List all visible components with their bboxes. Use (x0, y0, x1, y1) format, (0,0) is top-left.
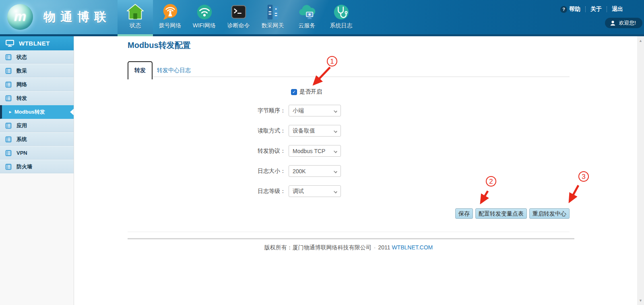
config-forward-variable-table-button[interactable]: 配置转发变量点表 (475, 208, 527, 219)
forward-protocol-label: 转发协议： (187, 147, 286, 155)
header-bar: m 物通博联 状态 拨号网络 (0, 0, 644, 36)
footer-copyright: 版权所有：厦门物通博联网络科技有限公司·2011 WTBLNET.COM (128, 244, 570, 251)
annotation-2-badge: 2 (486, 176, 496, 187)
chevron-down-icon (334, 129, 337, 133)
list-icon (5, 68, 12, 74)
log-level-value: 调试 (293, 188, 304, 195)
log-size-select[interactable]: 200K (289, 165, 341, 177)
form-row-read-mode: 读取方式： 设备取值 (187, 125, 341, 137)
nav-label: WIFI网络 (187, 22, 221, 29)
sidebar-item-label: 状态 (17, 54, 27, 61)
page: m 物通博联 状态 拨号网络 (0, 0, 644, 305)
annotation-3-badge: 3 (578, 171, 589, 182)
sidebar-item-forwarding[interactable]: 转发 (0, 91, 74, 105)
sidebar-brand: WTBLNET (0, 36, 74, 50)
sidebar-item-status[interactable]: 状态 (0, 50, 74, 64)
form-row-byte-order: 字节顺序： 小端 (187, 105, 341, 116)
logout-link[interactable]: 退出 (612, 6, 623, 13)
brand-name: 物通博联 (43, 9, 111, 25)
read-mode-select[interactable]: 设备取值 (289, 125, 341, 137)
sidebar-brand-label: WTBLNET (19, 40, 50, 47)
page-title: Modbus转发配置 (128, 40, 191, 51)
enable-checkbox[interactable]: ✓ (291, 89, 297, 95)
footer-divider-line (128, 238, 574, 239)
list-icon (5, 95, 12, 102)
nav-item-system-logs[interactable]: 系统日志 (324, 0, 358, 36)
top-nav: 状态 拨号网络 WI (118, 0, 358, 36)
form-row-log-size: 日志大小： 200K (187, 165, 341, 177)
dot-separator: · (374, 244, 376, 251)
sidebar-item-modbus-forwarding[interactable]: ▸ Modbus转发 (0, 105, 74, 119)
sidebar-item-label: 系统 (17, 136, 27, 143)
forward-protocol-select[interactable]: Modbus TCP (289, 145, 341, 157)
sidebar-item-application[interactable]: 应用 (0, 119, 74, 133)
sidebar-item-network[interactable]: 网络 (0, 78, 74, 91)
sidebar: WTBLNET 状态 数采 网络 转发 ▸ Modbus转发 应用 (0, 36, 74, 305)
scroll-up-arrow-icon[interactable]: ▲ (637, 39, 644, 43)
log-level-label: 日志等级： (187, 188, 286, 195)
enable-label: 是否开启 (299, 88, 322, 95)
wtblnet-link[interactable]: WTBLNET.COM (392, 244, 433, 251)
sidebar-item-label: 防火墙 (17, 163, 32, 170)
byte-order-value: 小端 (293, 107, 304, 114)
enable-row: ✓ 是否开启 (291, 88, 322, 95)
vertical-scrollbar[interactable]: ▲ ▼ (637, 36, 644, 305)
nav-item-data-gateway[interactable]: 数采网关 (256, 0, 290, 36)
tab-forward-center-log[interactable]: 转发中心日志 (157, 61, 191, 77)
nav-label: 拨号网络 (153, 22, 187, 29)
log-size-label: 日志大小： (187, 168, 286, 175)
nav-item-diagnostic-command[interactable]: 诊断命令 (221, 0, 256, 36)
help-icon: ? (560, 6, 567, 13)
nav-item-wifi-network[interactable]: WIFI网络 (187, 0, 221, 36)
sidebar-item-system[interactable]: 系统 (0, 133, 74, 146)
cloud-icon (298, 3, 316, 21)
copyright-year: 2011 (378, 244, 390, 251)
terminal-icon (229, 3, 248, 21)
button-row: 保存 配置转发变量点表 重启转发中心 (128, 208, 570, 219)
sidebar-item-data-collection[interactable]: 数采 (0, 64, 74, 78)
restart-forward-center-button[interactable]: 重启转发中心 (529, 208, 570, 219)
about-link[interactable]: 关于 (590, 6, 602, 13)
nav-label: 云服务 (290, 22, 324, 29)
nav-item-dial-network[interactable]: 拨号网络 (153, 0, 187, 36)
brand-logo: m 物通博联 (7, 4, 111, 30)
main-content: Modbus转发配置 转发 转发中心日志 ✓ 是否开启 字节顺序： 小端 读取方… (74, 36, 637, 305)
list-icon (5, 164, 12, 170)
sidebar-item-firewall[interactable]: 防火墙 (0, 160, 74, 174)
monitor-icon (6, 40, 14, 47)
form-row-forward-protocol: 转发协议： Modbus TCP (187, 145, 341, 157)
nav-item-status[interactable]: 状态 (118, 0, 153, 36)
chevron-down-icon (334, 190, 337, 193)
tab-divider-line (128, 77, 570, 77)
sidebar-item-vpn[interactable]: VPN (0, 146, 74, 160)
active-nav-underline (118, 34, 153, 36)
list-icon (5, 150, 12, 156)
tab-forward[interactable]: 转发 (128, 61, 153, 79)
annotation-1-badge: 1 (327, 56, 337, 66)
active-item-notch (70, 109, 74, 115)
help-link[interactable]: 帮助 (569, 6, 580, 13)
home-icon (126, 3, 144, 21)
form-row-log-level: 日志等级： 调试 (187, 185, 341, 197)
log-level-select[interactable]: 调试 (289, 185, 341, 197)
sidebar-item-label: Modbus转发 (14, 108, 45, 116)
sidebar-item-label: 数采 (17, 67, 27, 75)
stethoscope-icon (332, 3, 351, 21)
logo-m-glyph: m (14, 8, 26, 24)
save-button[interactable]: 保存 (455, 208, 473, 219)
copyright-text: 版权所有：厦门物通博联网络科技有限公司 (264, 244, 372, 251)
antenna-icon (161, 3, 180, 21)
list-icon (5, 54, 12, 60)
content-divider-line (128, 232, 570, 232)
nav-item-cloud-service[interactable]: 云服务 (290, 0, 324, 36)
byte-order-select[interactable]: 小端 (289, 105, 341, 116)
chevron-down-icon (334, 109, 337, 113)
log-size-value: 200K (293, 168, 306, 174)
user-icon (610, 20, 616, 26)
divider (607, 6, 607, 12)
scroll-down-arrow-icon[interactable]: ▼ (637, 299, 644, 303)
byte-order-label: 字节顺序： (187, 107, 286, 114)
welcome-badge: 欢迎您! (605, 18, 642, 28)
chevron-down-icon (334, 170, 337, 173)
sidebar-item-label: 网络 (17, 81, 27, 88)
